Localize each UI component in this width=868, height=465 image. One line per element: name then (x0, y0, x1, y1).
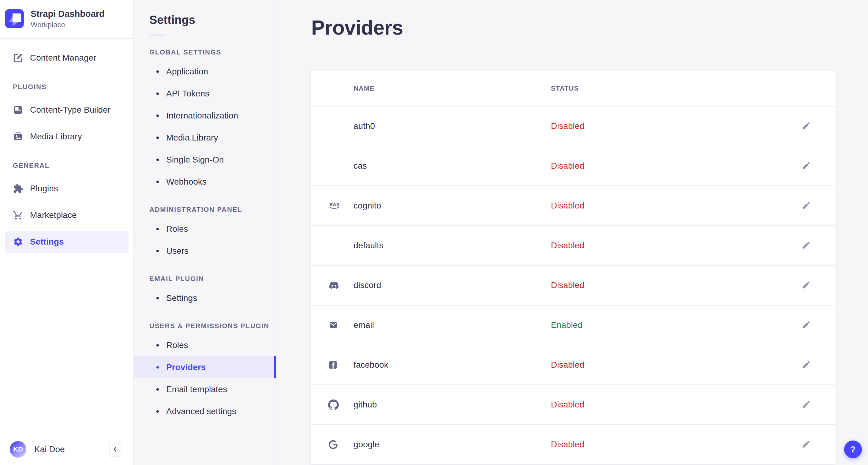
edit-provider-button[interactable] (800, 159, 813, 173)
provider-row-github[interactable]: githubDisabled (311, 384, 836, 424)
subnav-item-api-tokens[interactable]: API Tokens (134, 83, 276, 105)
edit-provider-button[interactable] (800, 199, 813, 212)
subnav-item-roles[interactable]: Roles (134, 218, 276, 240)
brand[interactable]: Strapi Dashboard Workplace (0, 0, 133, 38)
provider-name: cas (353, 161, 551, 171)
provider-name: github (353, 400, 551, 410)
edit-provider-button[interactable] (800, 318, 813, 332)
sidebar-item-content-manager[interactable]: Content Manager (5, 47, 128, 69)
provider-row-email[interactable]: emailEnabled (311, 305, 836, 345)
bullet-icon (156, 388, 159, 391)
subnav-item-providers[interactable]: Providers (134, 356, 276, 378)
subnav-item-webhooks[interactable]: Webhooks (134, 171, 276, 193)
edit-provider-button[interactable] (800, 358, 813, 372)
provider-row-cognito[interactable]: awscognitoDisabled (311, 186, 836, 225)
subnav-item-label: Users (166, 246, 189, 256)
sidebar-item-label: Marketplace (30, 210, 77, 220)
provider-row-auth0[interactable]: auth0Disabled (311, 106, 836, 146)
provider-icon-cell (328, 440, 353, 450)
subnav-item-media-library[interactable]: Media Library (134, 127, 276, 149)
main-content: Providers NAME STATUS auth0DisabledcasDi… (276, 0, 868, 465)
provider-icon-cell (328, 281, 353, 290)
main-sidebar: Strapi Dashboard Workplace Content Manag… (0, 0, 134, 465)
sidebar-nav: Content ManagerPLUGINSContent-Type Build… (0, 39, 133, 434)
svg-text:aws: aws (330, 201, 339, 207)
subnav-title: Settings (149, 13, 276, 27)
bullet-icon (156, 159, 159, 161)
google-icon (328, 440, 338, 450)
provider-row-facebook[interactable]: facebookDisabled (311, 345, 836, 384)
app-shell: Strapi Dashboard Workplace Content Manag… (0, 0, 868, 465)
subnav-item-single-sign-on[interactable]: Single Sign-On (134, 149, 276, 171)
provider-icon-cell (328, 360, 353, 370)
pencil-icon (802, 360, 811, 370)
settings-subnav: Settings GLOBAL SETTINGSApplicationAPI T… (134, 0, 276, 465)
subnav-item-label: Settings (166, 293, 197, 303)
chevron-left-icon (112, 446, 119, 453)
status-badge: Disabled (551, 440, 800, 450)
cart-icon (13, 210, 23, 220)
sidebar-item-marketplace[interactable]: Marketplace (5, 204, 128, 226)
bullet-icon (156, 410, 159, 413)
pencil-icon (802, 440, 811, 450)
column-header-status: STATUS (551, 85, 579, 92)
pencil-icon (802, 121, 811, 131)
status-badge: Disabled (551, 121, 800, 131)
edit-provider-button[interactable] (800, 239, 813, 252)
brand-title: Strapi Dashboard (31, 8, 105, 19)
subnav-item-internationalization[interactable]: Internationalization (134, 105, 276, 127)
status-badge: Disabled (551, 241, 800, 250)
image-icon (13, 131, 23, 142)
sidebar-item-media-library[interactable]: Media Library (5, 125, 128, 148)
subnav-section-label-users-permissions-plugin: USERS & PERMISSIONS PLUGIN (149, 322, 276, 330)
pencil-icon (802, 280, 811, 290)
collapse-sidebar-button[interactable] (109, 442, 121, 457)
sidebar-item-settings[interactable]: Settings (5, 231, 128, 253)
provider-row-discord[interactable]: discordDisabled (311, 265, 836, 305)
user-row: KD Kai Doe (0, 434, 133, 465)
strapi-logo-icon (5, 9, 24, 28)
provider-name: auth0 (353, 121, 551, 131)
subnav-title-rule (149, 35, 164, 35)
bullet-icon (156, 250, 159, 252)
provider-row-google[interactable]: googleDisabled (311, 424, 836, 464)
avatar[interactable]: KD (10, 441, 26, 458)
subnav-item-label: Roles (166, 340, 188, 350)
sidebar-item-content-type-builder[interactable]: Content-Type Builder (5, 99, 128, 121)
subnav-item-application[interactable]: Application (134, 61, 276, 83)
page-title: Providers (311, 16, 868, 39)
subnav-item-label: Email templates (166, 384, 227, 394)
pencil-icon (802, 320, 811, 330)
sidebar-item-plugins[interactable]: Plugins (5, 178, 128, 199)
subnav-item-label: Media Library (166, 133, 218, 143)
subnav-item-label: Internationalization (166, 111, 238, 121)
help-button[interactable]: ? (844, 440, 862, 458)
sidebar-section-label-plugins: PLUGINS (13, 83, 128, 91)
subnav-sections: GLOBAL SETTINGSApplicationAPI TokensInte… (134, 49, 276, 423)
provider-name: cognito (353, 201, 551, 211)
pencil-icon (802, 400, 811, 410)
facebook-icon (328, 360, 338, 370)
gear-icon (13, 237, 23, 247)
edit-provider-button[interactable] (800, 438, 813, 451)
subnav-item-settings[interactable]: Settings (134, 287, 276, 309)
subnav-item-advanced-settings[interactable]: Advanced settings (134, 400, 276, 423)
pencil-icon (802, 201, 811, 211)
edit-provider-button[interactable] (800, 119, 813, 133)
edit-provider-button[interactable] (800, 398, 813, 411)
providers-table-card: NAME STATUS auth0DisabledcasDisabledawsc… (311, 71, 836, 464)
table-body: auth0DisabledcasDisabledawscognitoDisabl… (311, 106, 836, 464)
provider-row-defaults[interactable]: defaultsDisabled (311, 225, 836, 265)
provider-row-cas[interactable]: casDisabled (311, 146, 836, 186)
bullet-icon (156, 228, 159, 230)
provider-icon-cell (328, 400, 353, 410)
subnav-item-users[interactable]: Users (134, 240, 276, 262)
status-badge: Enabled (551, 320, 800, 330)
provider-name: defaults (353, 241, 551, 250)
status-badge: Disabled (551, 161, 800, 171)
subnav-item-roles[interactable]: Roles (134, 334, 276, 356)
subnav-item-email-templates[interactable]: Email templates (134, 378, 276, 400)
provider-name: google (353, 440, 551, 450)
sidebar-item-label: Settings (30, 237, 64, 247)
edit-provider-button[interactable] (800, 279, 813, 292)
